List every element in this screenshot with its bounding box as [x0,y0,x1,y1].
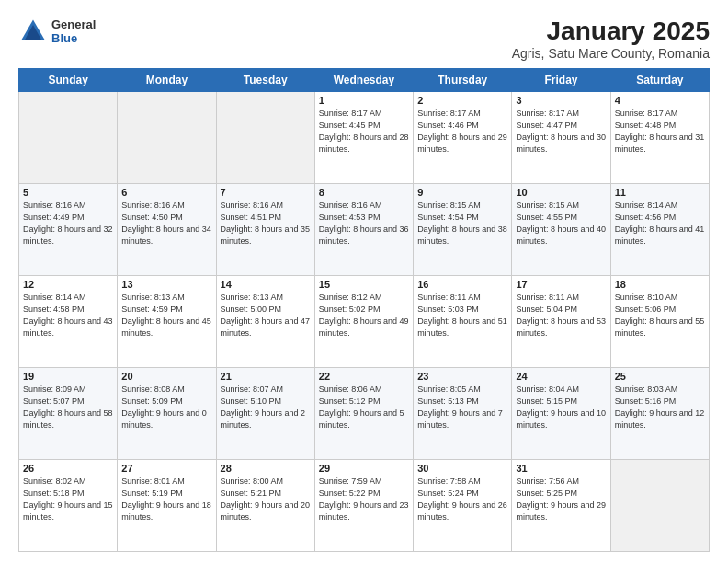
calendar-cell [19,92,118,184]
day-number: 27 [121,463,211,474]
logo-general: General [51,17,96,31]
header-day-thursday: Thursday [414,69,512,92]
header-day-monday: Monday [118,69,216,92]
day-content: Sunrise: 8:06 AM Sunset: 5:12 PM Dayligh… [319,384,409,431]
page: General Blue January 2025 Agris, Satu Ma… [0,0,728,563]
calendar-cell [118,92,216,184]
page-subtitle: Agris, Satu Mare County, Romania [512,46,710,61]
calendar-cell: 14Sunrise: 8:13 AM Sunset: 5:00 PM Dayli… [216,276,314,368]
day-number: 23 [417,371,507,382]
week-row-4: 19Sunrise: 8:09 AM Sunset: 5:07 PM Dayli… [19,368,710,460]
calendar-cell: 8Sunrise: 8:16 AM Sunset: 4:53 PM Daylig… [314,184,413,276]
day-content: Sunrise: 8:16 AM Sunset: 4:49 PM Dayligh… [23,200,113,247]
header-day-wednesday: Wednesday [314,69,413,92]
day-number: 29 [319,463,409,474]
day-content: Sunrise: 8:14 AM Sunset: 4:58 PM Dayligh… [23,292,113,339]
day-number: 12 [23,279,113,290]
day-content: Sunrise: 8:13 AM Sunset: 4:59 PM Dayligh… [121,292,211,339]
day-content: Sunrise: 7:58 AM Sunset: 5:24 PM Dayligh… [417,476,507,523]
calendar-body: 1Sunrise: 8:17 AM Sunset: 4:45 PM Daylig… [19,92,710,552]
calendar-header: SundayMondayTuesdayWednesdayThursdayFrid… [19,69,710,92]
day-content: Sunrise: 8:08 AM Sunset: 5:09 PM Dayligh… [121,384,211,431]
calendar-cell: 18Sunrise: 8:10 AM Sunset: 5:06 PM Dayli… [610,276,709,368]
day-number: 11 [615,187,705,198]
header-day-tuesday: Tuesday [216,69,314,92]
day-number: 13 [121,279,211,290]
day-number: 24 [516,371,606,382]
logo-icon [18,17,48,46]
day-number: 25 [615,371,705,382]
day-number: 22 [319,371,409,382]
calendar-cell: 11Sunrise: 8:14 AM Sunset: 4:56 PM Dayli… [610,184,709,276]
day-content: Sunrise: 8:12 AM Sunset: 5:02 PM Dayligh… [319,292,409,339]
day-content: Sunrise: 7:59 AM Sunset: 5:22 PM Dayligh… [319,476,409,523]
calendar-cell: 2Sunrise: 8:17 AM Sunset: 4:46 PM Daylig… [414,92,512,184]
day-content: Sunrise: 8:16 AM Sunset: 4:51 PM Dayligh… [221,200,311,247]
day-content: Sunrise: 8:11 AM Sunset: 5:04 PM Dayligh… [516,292,606,339]
day-content: Sunrise: 8:15 AM Sunset: 4:55 PM Dayligh… [516,200,606,247]
calendar-cell: 21Sunrise: 8:07 AM Sunset: 5:10 PM Dayli… [216,368,314,460]
header-day-saturday: Saturday [610,69,709,92]
day-number: 18 [615,279,705,290]
calendar-cell: 1Sunrise: 8:17 AM Sunset: 4:45 PM Daylig… [314,92,413,184]
calendar-cell: 13Sunrise: 8:13 AM Sunset: 4:59 PM Dayli… [118,276,216,368]
calendar-cell [610,460,709,552]
header-day-sunday: Sunday [19,69,118,92]
day-number: 30 [417,463,507,474]
day-content: Sunrise: 8:17 AM Sunset: 4:45 PM Dayligh… [319,108,409,155]
day-number: 17 [516,279,606,290]
calendar-cell: 3Sunrise: 8:17 AM Sunset: 4:47 PM Daylig… [512,92,610,184]
day-number: 1 [319,95,409,106]
day-content: Sunrise: 8:09 AM Sunset: 5:07 PM Dayligh… [23,384,113,431]
day-content: Sunrise: 8:10 AM Sunset: 5:06 PM Dayligh… [615,292,705,339]
day-number: 19 [23,371,113,382]
logo: General Blue [18,17,96,46]
calendar-cell: 31Sunrise: 7:56 AM Sunset: 5:25 PM Dayli… [512,460,610,552]
day-content: Sunrise: 8:15 AM Sunset: 4:54 PM Dayligh… [417,200,507,247]
title-block: January 2025 Agris, Satu Mare County, Ro… [512,17,710,61]
calendar-cell: 25Sunrise: 8:03 AM Sunset: 5:16 PM Dayli… [610,368,709,460]
day-number: 5 [23,187,113,198]
day-content: Sunrise: 8:07 AM Sunset: 5:10 PM Dayligh… [221,384,311,431]
day-number: 21 [221,371,311,382]
day-content: Sunrise: 8:16 AM Sunset: 4:53 PM Dayligh… [319,200,409,247]
day-content: Sunrise: 8:00 AM Sunset: 5:21 PM Dayligh… [221,476,311,523]
page-title: January 2025 [512,17,710,46]
calendar-cell: 28Sunrise: 8:00 AM Sunset: 5:21 PM Dayli… [216,460,314,552]
calendar-cell: 7Sunrise: 8:16 AM Sunset: 4:51 PM Daylig… [216,184,314,276]
day-number: 26 [23,463,113,474]
calendar-cell: 6Sunrise: 8:16 AM Sunset: 4:50 PM Daylig… [118,184,216,276]
day-content: Sunrise: 8:16 AM Sunset: 4:50 PM Dayligh… [121,200,211,247]
logo-text: General Blue [51,17,96,45]
week-row-3: 12Sunrise: 8:14 AM Sunset: 4:58 PM Dayli… [19,276,710,368]
day-content: Sunrise: 8:13 AM Sunset: 5:00 PM Dayligh… [221,292,311,339]
day-number: 3 [516,95,606,106]
calendar-cell: 29Sunrise: 7:59 AM Sunset: 5:22 PM Dayli… [314,460,413,552]
calendar-cell: 9Sunrise: 8:15 AM Sunset: 4:54 PM Daylig… [414,184,512,276]
day-number: 28 [221,463,311,474]
day-content: Sunrise: 8:14 AM Sunset: 4:56 PM Dayligh… [615,200,705,247]
logo-blue: Blue [51,31,96,45]
day-content: Sunrise: 8:11 AM Sunset: 5:03 PM Dayligh… [417,292,507,339]
calendar-cell: 17Sunrise: 8:11 AM Sunset: 5:04 PM Dayli… [512,276,610,368]
day-number: 8 [319,187,409,198]
day-content: Sunrise: 7:56 AM Sunset: 5:25 PM Dayligh… [516,476,606,523]
header: General Blue January 2025 Agris, Satu Ma… [18,17,710,61]
day-content: Sunrise: 8:17 AM Sunset: 4:48 PM Dayligh… [615,108,705,155]
week-row-1: 1Sunrise: 8:17 AM Sunset: 4:45 PM Daylig… [19,92,710,184]
day-content: Sunrise: 8:17 AM Sunset: 4:46 PM Dayligh… [417,108,507,155]
week-row-5: 26Sunrise: 8:02 AM Sunset: 5:18 PM Dayli… [19,460,710,552]
day-number: 9 [417,187,507,198]
calendar-cell: 23Sunrise: 8:05 AM Sunset: 5:13 PM Dayli… [414,368,512,460]
calendar-cell: 26Sunrise: 8:02 AM Sunset: 5:18 PM Dayli… [19,460,118,552]
day-number: 7 [221,187,311,198]
day-content: Sunrise: 8:03 AM Sunset: 5:16 PM Dayligh… [615,384,705,431]
calendar-cell: 30Sunrise: 7:58 AM Sunset: 5:24 PM Dayli… [414,460,512,552]
header-row: SundayMondayTuesdayWednesdayThursdayFrid… [19,69,710,92]
calendar-cell: 4Sunrise: 8:17 AM Sunset: 4:48 PM Daylig… [610,92,709,184]
day-content: Sunrise: 8:17 AM Sunset: 4:47 PM Dayligh… [516,108,606,155]
day-content: Sunrise: 8:04 AM Sunset: 5:15 PM Dayligh… [516,384,606,431]
calendar-cell: 15Sunrise: 8:12 AM Sunset: 5:02 PM Dayli… [314,276,413,368]
day-number: 6 [121,187,211,198]
calendar-cell: 24Sunrise: 8:04 AM Sunset: 5:15 PM Dayli… [512,368,610,460]
